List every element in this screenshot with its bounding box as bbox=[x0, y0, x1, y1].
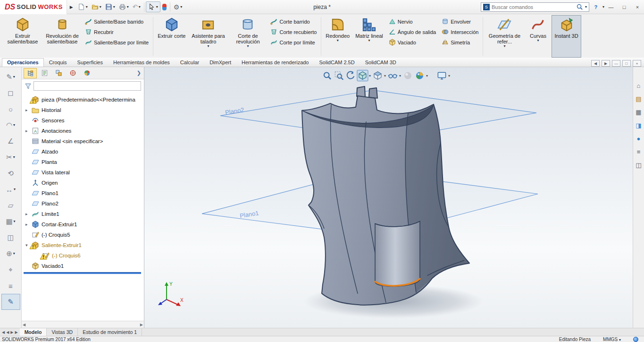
expand-arrow-icon[interactable]: ▸ bbox=[25, 108, 32, 112]
hide-show-items-icon[interactable] bbox=[387, 70, 398, 81]
caret-icon[interactable]: ▾ bbox=[384, 74, 386, 78]
rib-button[interactable]: Nervio bbox=[387, 17, 438, 26]
loft-cut-button[interactable]: Corte recubierto bbox=[268, 27, 318, 36]
apply-scene-icon[interactable] bbox=[414, 70, 425, 81]
tab-operaciones[interactable]: Operaciones bbox=[2, 58, 44, 67]
tree-item-cortar-extruir1[interactable]: ▸ Cortar-Extruir1 bbox=[22, 219, 144, 230]
tab-calcular[interactable]: Calcular bbox=[175, 58, 204, 67]
mirror-button[interactable]: Simetría bbox=[440, 38, 480, 47]
file-explorer-icon[interactable]: ▦ bbox=[634, 108, 644, 116]
pane-collapse-right-icon[interactable]: ▶ bbox=[602, 60, 610, 67]
search-icon[interactable] bbox=[576, 3, 583, 10]
expand-arrow-icon[interactable]: ▸ bbox=[25, 222, 32, 227]
tab-croquis[interactable]: Croquis bbox=[44, 58, 72, 67]
tree-item-plano2[interactable]: Plano2 bbox=[22, 198, 144, 209]
revolve-cut-button[interactable]: Corte de revolución ▾ bbox=[228, 15, 268, 58]
tree-item-vaciado1[interactable]: Vaciado1 bbox=[22, 261, 144, 271]
caret-icon[interactable]: ▾ bbox=[585, 5, 587, 9]
scroll-left-icon[interactable]: ◀ bbox=[23, 323, 25, 327]
rollback-bar[interactable] bbox=[24, 272, 141, 274]
tree-item-croquis6[interactable]: (-) Croquis6 bbox=[22, 250, 144, 261]
tab-superficies[interactable]: Superficies bbox=[72, 58, 108, 67]
restore-button[interactable]: □ bbox=[618, 2, 631, 12]
left-tool-relations-icon[interactable]: ≡ bbox=[1, 278, 20, 294]
swept-boss-button[interactable]: Saliente/Base barrido bbox=[83, 17, 151, 26]
custom-properties-icon[interactable]: ≡ bbox=[634, 147, 644, 156]
status-globe-icon[interactable] bbox=[633, 337, 638, 342]
revolve-boss-button[interactable]: Revolución de saliente/base bbox=[42, 15, 82, 58]
displaymanager-tab[interactable] bbox=[80, 68, 93, 78]
rebuild-button[interactable] bbox=[160, 2, 168, 12]
search-input[interactable] bbox=[492, 4, 574, 10]
tree-item-material[interactable]: Material <sin especificar> bbox=[22, 136, 144, 146]
tab-herramientas-de-moldes[interactable]: Herramientas de moldes bbox=[108, 58, 175, 67]
graphics-viewport[interactable]: Plano2 Plano1 bbox=[144, 67, 633, 328]
left-tool-rectangle-icon[interactable]: ◻ bbox=[1, 85, 20, 101]
tab-scroll-last-icon[interactable]: ▶ bbox=[15, 330, 17, 334]
swept-cut-button[interactable]: Corte barrido bbox=[268, 17, 318, 26]
boundary-cut-button[interactable]: Corte por límite bbox=[268, 38, 318, 47]
left-tool-pattern-icon[interactable]: ▦▾ bbox=[1, 214, 20, 230]
fillet-button[interactable]: Redondeo ▾ bbox=[323, 15, 352, 58]
tree-item-sensores[interactable]: Sensores bbox=[22, 115, 144, 126]
view-settings-icon[interactable] bbox=[436, 70, 447, 81]
caret-icon[interactable]: ▾ bbox=[399, 74, 401, 78]
tab-scroll-prev-icon[interactable]: ◀ bbox=[6, 330, 9, 334]
wrap-button[interactable]: Envolver bbox=[440, 17, 480, 26]
tree-filter-input[interactable] bbox=[33, 81, 141, 91]
tab-vistas-3d[interactable]: Vistas 3D bbox=[47, 328, 78, 336]
options-button[interactable]: ⚙▾ bbox=[172, 2, 184, 12]
loft-button[interactable]: Recubrir bbox=[83, 27, 151, 36]
tree-item-origen[interactable]: Origen bbox=[22, 178, 144, 188]
left-tool-offset-icon[interactable]: ▱ bbox=[1, 197, 20, 214]
curves-button[interactable]: Curvas ▾ bbox=[524, 15, 552, 58]
left-tool-sketch-icon[interactable]: ✎▾ bbox=[1, 69, 20, 85]
tree-item-part-root[interactable]: pieza (Predeterminado<<Predetermina bbox=[22, 94, 144, 105]
left-tool-edit-sketch-icon[interactable]: ✎ bbox=[1, 294, 20, 310]
doc-close-icon[interactable]: × bbox=[633, 60, 641, 67]
extrude-boss-button[interactable]: Extruir saliente/base bbox=[3, 15, 42, 58]
display-style-icon[interactable] bbox=[372, 70, 383, 81]
units-selector[interactable]: MMGS ▾ bbox=[603, 337, 621, 342]
caret-icon[interactable]: ▾ bbox=[368, 74, 371, 78]
left-tool-trim-icon[interactable]: ✂▾ bbox=[1, 149, 20, 165]
view-palette-icon[interactable]: ◨ bbox=[634, 121, 644, 129]
reference-geometry-button[interactable]: Geometría de refer... ▾ bbox=[485, 15, 524, 58]
model-3d-scene[interactable]: Plano2 Plano1 bbox=[144, 67, 633, 328]
extrude-cut-button[interactable]: Extruir corte bbox=[155, 15, 188, 58]
previous-view-icon[interactable] bbox=[345, 70, 356, 81]
panel-horizontal-scrollbar[interactable]: ◀ ▶ bbox=[22, 321, 144, 328]
pane-collapse-left-icon[interactable]: ◀ bbox=[591, 60, 600, 67]
featuremanager-tree-tab[interactable] bbox=[24, 68, 37, 78]
left-tool-dimension-icon[interactable]: ⊕▾ bbox=[1, 246, 20, 262]
tab-estudio-de-movimiento[interactable]: Estudio de movimiento 1 bbox=[78, 328, 142, 336]
tab-modelo[interactable]: Modelo bbox=[20, 328, 47, 336]
tab-herramientas-de-renderizado[interactable]: Herramientas de renderizado bbox=[236, 58, 314, 67]
left-tool-circle-icon[interactable]: ○ bbox=[1, 101, 20, 117]
save-button[interactable]: ▾ bbox=[103, 2, 117, 12]
left-tool-origin-icon[interactable]: ⌖ bbox=[1, 262, 20, 278]
command-search[interactable]: S ▾ bbox=[481, 2, 589, 12]
linear-pattern-button[interactable]: Matriz lineal ▾ bbox=[352, 15, 386, 58]
tree-item-saliente-extruir1[interactable]: ▾ Saliente-Extruir1 bbox=[22, 240, 144, 250]
caret-icon[interactable]: ▾ bbox=[426, 74, 428, 78]
expand-arrow-icon[interactable]: ▸ bbox=[25, 128, 32, 133]
dimxpertmanager-tab[interactable] bbox=[66, 68, 79, 78]
tab-scroll-next-icon[interactable]: ▶ bbox=[10, 330, 13, 334]
configurationmanager-tab[interactable] bbox=[52, 68, 65, 78]
minimize-button[interactable]: — bbox=[604, 2, 618, 12]
home-icon[interactable]: ⌂ bbox=[634, 81, 644, 90]
tab-scroll-first-icon[interactable]: ◀ bbox=[2, 330, 5, 334]
left-tool-move-icon[interactable]: ↔▾ bbox=[1, 181, 20, 197]
panel-flyout-chevron-icon[interactable]: ❯ bbox=[137, 70, 142, 76]
doc-restore-icon[interactable]: □ bbox=[622, 60, 631, 67]
tab-solidcam-25d[interactable]: SolidCAM 2.5D bbox=[314, 58, 360, 67]
zoom-area-icon[interactable] bbox=[333, 70, 344, 81]
left-tool-rotate-icon[interactable]: ⟲ bbox=[1, 165, 20, 181]
edit-appearance-icon[interactable] bbox=[402, 70, 413, 81]
forum-icon[interactable]: ◫ bbox=[634, 161, 644, 169]
zoom-fit-icon[interactable] bbox=[321, 70, 333, 81]
help-button[interactable]: ? bbox=[589, 2, 602, 12]
filter-funnel-icon[interactable] bbox=[25, 83, 32, 90]
undo-button[interactable]: ↶▾ bbox=[131, 2, 142, 12]
